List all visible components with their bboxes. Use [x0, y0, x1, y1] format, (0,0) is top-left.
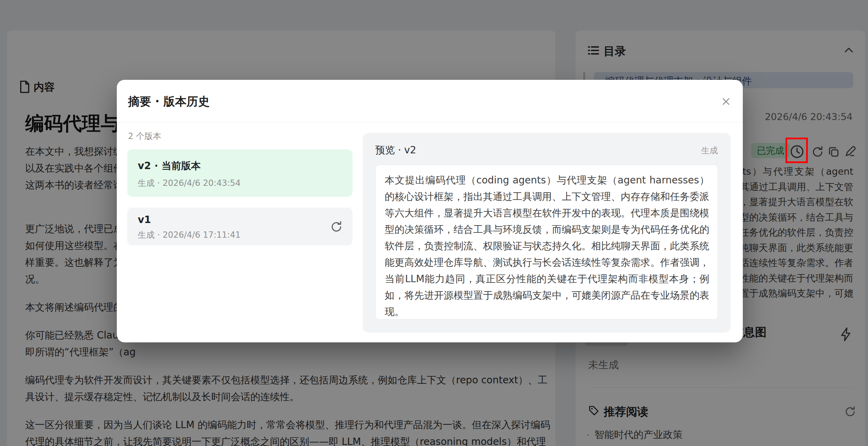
preview-content-card: 本文提出编码代理（coding agents）与代理支架（agent harne…: [375, 165, 718, 320]
annotation-highlight-box: [785, 138, 808, 163]
close-icon[interactable]: [719, 95, 733, 109]
restore-version-icon[interactable]: [330, 221, 343, 233]
version-meta: 生成 · 2026/4/6 17:11:41: [138, 229, 241, 241]
version-name: v2 · 当前版本: [138, 159, 201, 173]
version-history-modal: 摘要 · 版本历史 2 个版本 v2 · 当前版本 生成 · 2026/4/6 …: [117, 80, 743, 342]
modal-header: 摘要 · 版本历史: [117, 80, 743, 123]
preview-generated-badge: 生成: [701, 145, 718, 156]
app-window: 内容 更多 编码代理与 在本文中，我想探讨编码 以及在实践中各个组件是 这两本书…: [0, 0, 868, 446]
preview-summary-text: 本文提出编码代理（coding agents）与代理支架（agent harne…: [385, 172, 709, 320]
version-meta: 生成 · 2026/4/6 20:43:54: [138, 177, 241, 189]
version-item-v1[interactable]: v1 生成 · 2026/4/6 17:11:41: [127, 208, 353, 245]
version-item-v2[interactable]: v2 · 当前版本 生成 · 2026/4/6 20:43:54: [127, 149, 353, 197]
preview-title: 预览 · v2: [375, 144, 416, 157]
modal-title: 摘要 · 版本历史: [128, 94, 210, 110]
version-name: v1: [138, 214, 151, 225]
version-count-label: 2 个版本: [128, 131, 161, 142]
version-preview-panel: 预览 · v2 生成 本文提出编码代理（coding agents）与代理支架（…: [363, 133, 731, 333]
